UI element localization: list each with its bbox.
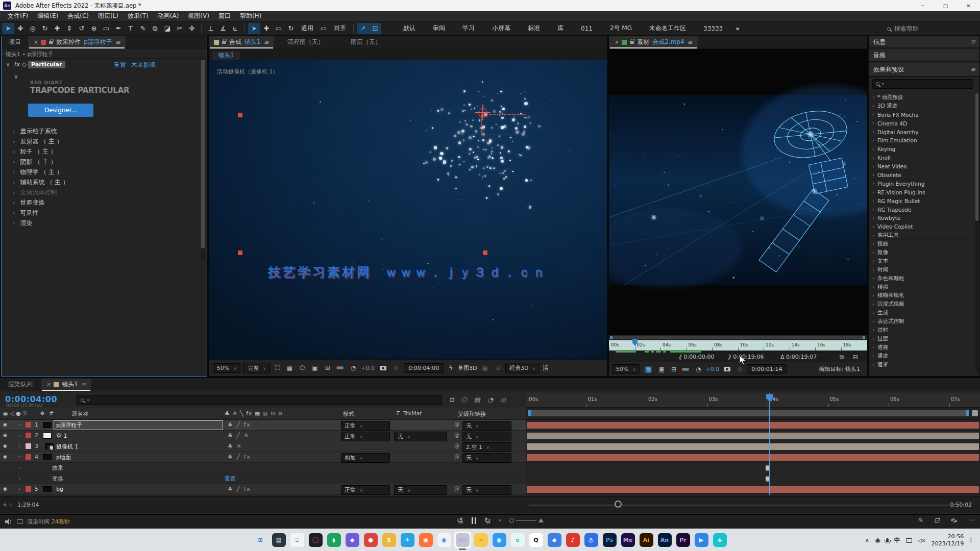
chevron-right-icon[interactable]: › bbox=[872, 103, 874, 109]
menu-item[interactable]: 图层(L) bbox=[93, 12, 123, 20]
mask-visibility-icon[interactable]: ⬠ bbox=[300, 364, 305, 371]
blend-mode-select[interactable]: 正常 bbox=[341, 432, 390, 441]
snapshot-icon[interactable] bbox=[724, 367, 730, 371]
effect-category-row[interactable]: › Film Emulation bbox=[869, 136, 974, 145]
speaker-icon[interactable] bbox=[5, 518, 13, 525]
chevron-icon[interactable]: › bbox=[18, 432, 20, 439]
tab-composition[interactable]: 合成 镜头1 ≡ bbox=[209, 36, 274, 48]
chevron-right-icon[interactable]: › bbox=[872, 362, 874, 367]
parent-link-column[interactable]: 父级和链接 bbox=[458, 410, 486, 418]
chevron-right-icon[interactable]: › bbox=[872, 172, 874, 178]
layer-duration-track[interactable] bbox=[526, 420, 980, 431]
clone-stamp-tool[interactable]: ⧉ bbox=[149, 23, 161, 34]
chevron-right-icon[interactable]: › bbox=[872, 215, 874, 221]
eye-icon[interactable]: ◉ bbox=[3, 486, 7, 491]
exposure-icon[interactable]: ◔ bbox=[351, 364, 356, 371]
gizmo-select-icon[interactable]: ➤ bbox=[248, 23, 260, 34]
effect-category-row[interactable]: › 扭曲 bbox=[869, 240, 974, 248]
after-effects[interactable]: Ae bbox=[456, 533, 470, 547]
renderer-select[interactable]: 经典3D bbox=[505, 363, 540, 373]
maximize-button[interactable]: ▢ bbox=[934, 0, 957, 11]
microphone-icon[interactable] bbox=[886, 538, 889, 542]
screen-edit-icon[interactable]: ⊡ bbox=[934, 516, 940, 524]
trkmat-column[interactable]: TrkMat bbox=[403, 410, 422, 417]
workspace-overflow-icon[interactable]: » bbox=[736, 25, 740, 32]
chevron-icon[interactable]: › bbox=[18, 486, 20, 492]
parent-select[interactable]: 2.空 1 bbox=[462, 442, 511, 452]
chevron-right-icon[interactable]: › bbox=[872, 189, 874, 195]
panel-menu-icon[interactable]: ≡ bbox=[115, 39, 120, 46]
tray-expand-icon[interactable]: ∧ bbox=[865, 537, 869, 544]
show-snapshot-icon[interactable]: ⊘ bbox=[737, 366, 742, 373]
layer-duration-track[interactable] bbox=[526, 473, 980, 484]
browser-blue[interactable]: ◉ bbox=[493, 533, 506, 547]
chevron-right-icon[interactable]: › bbox=[13, 128, 15, 135]
work-area-bar[interactable] bbox=[526, 408, 980, 420]
effect-category-row[interactable]: › Neat Video bbox=[869, 162, 974, 171]
orbit-camera-tool[interactable]: ↻ bbox=[39, 23, 51, 34]
player-blue[interactable]: ◆ bbox=[548, 533, 561, 547]
close-tab-icon[interactable]: × bbox=[46, 381, 51, 388]
zoom-slider-knob[interactable] bbox=[615, 500, 622, 508]
chevron-right-icon[interactable]: › bbox=[872, 155, 874, 161]
always-preview-icon[interactable]: ⛶ bbox=[275, 364, 279, 371]
eye-icon[interactable]: ◉ bbox=[3, 433, 7, 438]
layer-switches[interactable]: ♣ ╱ fx bbox=[228, 454, 251, 460]
workspace-tab[interactable]: 小屏幕 bbox=[492, 24, 510, 33]
align-box-icon[interactable]: ▭ bbox=[317, 23, 330, 34]
keyframe-marker[interactable] bbox=[766, 476, 769, 482]
chevron-right-icon[interactable]: › bbox=[13, 169, 15, 176]
chevron-right-icon[interactable]: › bbox=[872, 319, 874, 324]
effect-category-row[interactable]: › Obsolete bbox=[869, 171, 974, 180]
tab-layer[interactable]: 图层（无） bbox=[337, 38, 395, 46]
layer-handle[interactable] bbox=[238, 113, 242, 117]
effect-group-row[interactable]: › 全局流体控制 bbox=[2, 187, 200, 197]
media-encoder[interactable]: Me bbox=[621, 533, 635, 547]
chevron-right-icon[interactable]: › bbox=[13, 179, 15, 186]
layer-duration-track[interactable] bbox=[526, 484, 980, 495]
music-red[interactable]: ♪ bbox=[566, 533, 580, 547]
current-time-display[interactable]: 0:00:04:00 bbox=[404, 363, 444, 373]
mute-icon[interactable]: ◁× bbox=[918, 538, 926, 543]
effect-group-row[interactable]: › 粒子 （ 主 ） bbox=[2, 146, 200, 157]
notification-icon[interactable]: ☾ bbox=[969, 537, 975, 544]
draft3d-label[interactable]: 草图3D bbox=[458, 364, 477, 372]
mode-column[interactable]: 模式 bbox=[343, 410, 354, 418]
volume-dropdown-icon[interactable]: ▾ bbox=[499, 518, 501, 523]
footage-playhead[interactable] bbox=[632, 339, 638, 353]
pickwhip-icon[interactable]: @ bbox=[454, 421, 459, 427]
gizmo-rotate-icon[interactable]: ↻ bbox=[285, 23, 297, 34]
resize-icon[interactable]: ⇄ bbox=[949, 515, 958, 524]
pan-behind-tool[interactable]: ⊕ bbox=[88, 23, 100, 34]
app-blue[interactable]: ◎ bbox=[584, 533, 598, 547]
info-panel-header[interactable]: 信息≡ bbox=[869, 36, 979, 48]
layer-switches[interactable]: ♣ ╱ fx bbox=[228, 486, 251, 492]
vendor-link[interactable]: 木老影视 bbox=[131, 61, 156, 69]
effect-category-row[interactable]: › Boris FX Mocha bbox=[869, 111, 974, 119]
chevron-icon[interactable]: › bbox=[18, 475, 20, 482]
roi-icon[interactable]: ▣ bbox=[659, 366, 665, 373]
cast-icon[interactable] bbox=[906, 538, 912, 543]
chrome[interactable]: ◉ bbox=[437, 533, 451, 547]
premiere[interactable]: Pr bbox=[676, 533, 690, 547]
chevron-right-icon[interactable]: › bbox=[872, 267, 874, 272]
effect-category-row[interactable]: › Plugin Everything bbox=[869, 180, 974, 188]
view-layout-icon[interactable]: ⊞ bbox=[495, 364, 500, 371]
local-axis-mode-icon[interactable]: ⟂ bbox=[205, 23, 217, 34]
eye-icon[interactable]: ◉ bbox=[3, 443, 7, 448]
effect-category-row[interactable]: › Video Copilot bbox=[869, 222, 974, 231]
transparency-grid-icon[interactable]: ▦ bbox=[644, 366, 652, 373]
blend-mode-select[interactable]: 正常 bbox=[341, 485, 390, 495]
app-red[interactable]: ● bbox=[364, 533, 378, 547]
blend-mode-select[interactable]: 正常 bbox=[341, 421, 390, 431]
layer-switches[interactable]: ♣ ╱ fx bbox=[228, 421, 251, 428]
exposure-value[interactable]: +0.0 bbox=[706, 366, 720, 372]
layer-name[interactable]: 变换 bbox=[50, 474, 218, 483]
monitor-icon[interactable] bbox=[17, 519, 23, 524]
panel-menu-icon[interactable]: ≡ bbox=[81, 381, 86, 388]
panel-menu-icon[interactable]: ≡ bbox=[970, 38, 975, 45]
timeline-search-input[interactable]: ▾ bbox=[77, 395, 442, 405]
app-dark[interactable]: ▤ bbox=[272, 533, 286, 547]
workspace-tab[interactable]: 库 bbox=[557, 24, 564, 33]
nav-handle[interactable] bbox=[972, 410, 978, 416]
